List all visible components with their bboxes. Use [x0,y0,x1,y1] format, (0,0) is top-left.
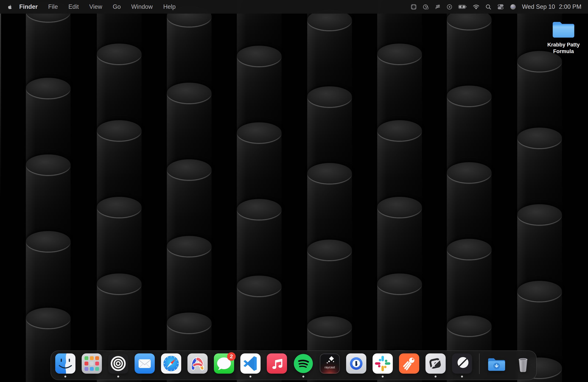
control-center-menubar-icon[interactable] [497,4,504,10]
dock-item-downloads[interactable] [486,353,507,379]
now-playing-menubar-icon[interactable] [446,4,452,10]
cylinder-cap [307,163,352,184]
wallpaper-column [517,0,562,382]
wallpaper-column [167,0,211,382]
menubar-date: Wed Sep 10 [522,3,555,10]
cylinder-cap [26,154,71,175]
folder-icon [551,20,576,39]
dock-item-launchpad[interactable] [82,353,102,379]
cylinder-cap [26,78,71,98]
menu-bar: Finder FileEditViewGoWindowHelp [0,0,588,14]
hatched-slash-menubar-icon[interactable] [435,4,441,10]
dock-item-screen-studio[interactable] [108,353,128,379]
macos-desktop: { "menu_bar": { "active_app": "Finder", … [0,0,588,382]
cylinder-cap [307,86,352,107]
dock-item-vscode[interactable] [240,353,261,379]
linear-icon [452,353,472,374]
running-indicator [435,376,437,378]
cylinder-cap [517,281,562,301]
dock-item-postman[interactable] [399,353,419,379]
finder-icon [55,353,75,374]
running-indicator [461,376,463,378]
dock-item-messages[interactable]: 2 [214,353,234,379]
dock-item-linear[interactable] [452,353,472,379]
menu-item-edit[interactable]: Edit [63,3,84,10]
dock-item-finder[interactable] [55,353,75,379]
cylinder-cap [26,308,71,328]
cylinder-cap [167,83,211,103]
menu-item-view[interactable]: View [84,3,107,10]
dock-separator [479,353,480,374]
cylinder-cap [237,122,282,143]
cylinder-cap [517,127,562,148]
downloads-icon [486,353,507,374]
menu-bar-status-area: Wed Sep 10 2:00 PM [410,3,582,10]
spotify-icon [293,353,314,374]
menu-item-file[interactable]: File [43,3,63,10]
notification-badge: 2 [227,352,236,361]
desktop-folder-krabby-patty[interactable]: Krabby Patty Formula [541,20,587,55]
launchpad-icon [82,353,102,374]
cylinder-cap [307,240,352,260]
menubar-time: 2:00 PM [559,3,581,10]
cylinder-cap [237,276,282,296]
postman-icon [399,353,419,374]
dock-item-safari[interactable] [161,353,181,379]
dock-item-onepassword[interactable] [346,353,366,379]
cylinder-cap [167,236,211,256]
dock-item-trash[interactable] [513,353,533,379]
cylinder-cap [26,231,71,252]
wifi-menubar-icon[interactable] [473,4,480,9]
wallpaper-column [26,0,71,382]
zed-icon [425,353,446,374]
menubar-clock[interactable]: Wed Sep 10 2:00 PM [522,3,582,10]
cylinder-cap [377,120,422,141]
arc-icon [188,353,208,374]
wallpaper-edge-highlight [0,14,1,200]
menu-item-finder[interactable]: Finder [16,3,43,10]
menu-item-go[interactable]: Go [107,3,126,10]
wallpaper-column [447,0,492,382]
dock-item-arc[interactable] [188,353,208,379]
battery-charging-menubar-icon[interactable] [458,4,467,9]
dock-item-raycast[interactable]: raycast [320,353,340,379]
cylinder-cap [237,199,282,220]
aperture-burst-menubar-icon[interactable] [410,4,417,10]
cylinder-cap [97,197,142,217]
spotlight-search-menubar-icon[interactable] [485,4,491,10]
dock: 2raycast [51,350,537,380]
cylinder-cap [447,85,492,106]
cylinder-cap [377,197,422,217]
wallpaper-column [237,0,282,382]
dock-item-mail[interactable] [135,353,155,379]
onepassword-icon [346,353,366,374]
wallpaper-column [307,0,352,382]
mail-icon [135,353,155,374]
cylinder-cap [97,120,142,141]
cylinder-cap [167,159,211,180]
dock-item-slack[interactable] [373,353,393,379]
dock-item-music[interactable] [267,353,287,379]
raycast-icon: raycast [320,353,340,374]
menu-item-window[interactable]: Window [126,3,158,10]
trash-icon [513,353,533,374]
folder-label: Krabby Patty Formula [543,42,584,55]
dock-item-spotify[interactable] [293,353,314,379]
cylinder-cap [167,313,211,333]
menu-item-help[interactable]: Help [158,3,181,10]
wallpaper-column [97,0,142,382]
cylinder-cap [307,316,352,337]
slack-icon [373,353,393,374]
power-lock-menubar-icon[interactable] [423,4,429,10]
raycast-wordmark: raycast [325,365,335,369]
running-indicator [117,376,119,378]
apple-menu-icon[interactable] [7,4,13,10]
cylinder-cap [447,316,492,336]
siri-menubar-icon[interactable] [510,4,516,10]
vscode-icon [240,353,261,374]
running-indicator [302,376,304,378]
dock-item-zed[interactable] [425,353,446,379]
desktop-wallpaper [0,0,588,382]
wallpaper-column [377,0,422,382]
running-indicator [250,376,252,378]
